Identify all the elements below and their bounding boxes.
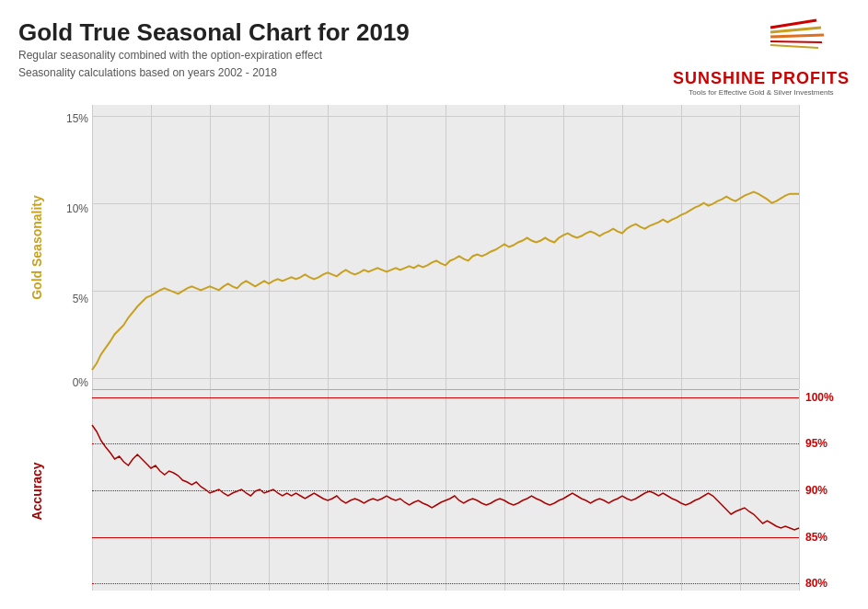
subtitle-line1: Regular seasonality combined with the op… [18, 47, 410, 64]
top-chart [92, 105, 799, 390]
vgrid-end [799, 105, 800, 389]
y-tick-0: 0% [73, 376, 88, 389]
gold-chart-svg [92, 105, 799, 389]
y-axis-gold-label: Gold Seasonality [18, 105, 55, 390]
y-tick-80: 80% [805, 577, 827, 590]
bottom-chart: Jan Feb Mar Apr May Jun Jul Aug Sep Oct … [92, 390, 799, 591]
vgrid-b-end [799, 390, 800, 591]
svg-line-0 [770, 20, 816, 28]
y-axis-left-gold: 15% 10% 5% 0% [57, 105, 92, 390]
svg-line-1 [770, 28, 821, 32]
svg-line-4 [770, 45, 818, 48]
y-tick-15: 15% [66, 112, 88, 125]
chart-title: Gold True Seasonal Chart for 2019 [18, 18, 410, 47]
header: Gold True Seasonal Chart for 2019 Regula… [18, 18, 850, 98]
main-container: Gold True Seasonal Chart for 2019 Regula… [0, 0, 868, 609]
chart-wrapper: Gold Seasonality Accuracy 15% 10% 5% 0% [18, 105, 850, 592]
y-tick-100: 100% [805, 391, 834, 404]
y-axis-accuracy-label: Accuracy [18, 390, 55, 592]
y-tick-95: 95% [805, 437, 827, 450]
header-left: Gold True Seasonal Chart for 2019 Regula… [18, 18, 410, 83]
svg-line-2 [770, 35, 824, 37]
y-axis-right-accuracy: 100% 95% 90% 85% 80% [802, 390, 850, 591]
svg-line-3 [770, 41, 822, 42]
y-tick-90: 90% [805, 484, 827, 497]
logo-area: SUNSHINE PROFITS Tools for Effective Gol… [673, 18, 850, 98]
chart-area: Jan Feb Mar Apr May Jun Jul Aug Sep Oct … [92, 105, 799, 591]
logo-tagline: Tools for Effective Gold & Silver Invest… [689, 88, 833, 98]
y-tick-10: 10% [66, 202, 88, 215]
y-tick-5: 5% [73, 293, 88, 305]
subtitle-line2: Seasonality calculations based on years … [18, 64, 410, 82]
y-tick-85: 85% [805, 531, 827, 544]
logo-brand: SUNSHINE PROFITS [673, 69, 850, 88]
accuracy-chart-svg [92, 390, 799, 591]
logo-icon [697, 18, 826, 69]
